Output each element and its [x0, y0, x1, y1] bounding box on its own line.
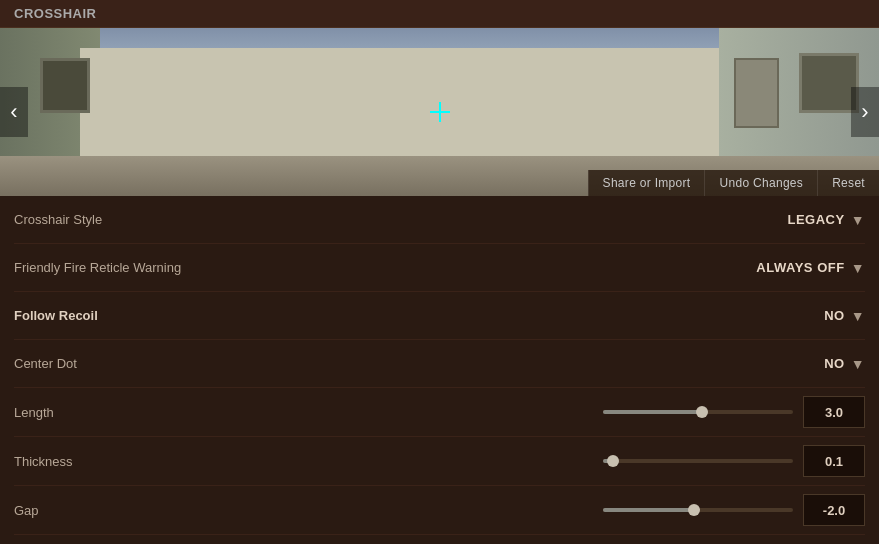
friendly-fire-value[interactable]: ALWAYS OFF ▼ — [756, 260, 865, 276]
preview-container: ‹ › Share or Import Undo Changes Reset — [0, 28, 879, 196]
section-header: Crosshair — [0, 0, 879, 28]
length-slider-container — [603, 396, 865, 428]
setting-row-center-dot: Center Dot NO ▼ — [14, 340, 865, 388]
next-arrow-button[interactable]: › — [851, 87, 879, 137]
length-slider-thumb[interactable] — [696, 406, 708, 418]
friendly-fire-label: Friendly Fire Reticle Warning — [14, 260, 214, 275]
follow-recoil-label: Follow Recoil — [14, 308, 214, 323]
scene-shutter — [734, 58, 779, 128]
setting-row-thickness: Thickness — [14, 437, 865, 486]
setting-row-friendly-fire: Friendly Fire Reticle Warning ALWAYS OFF… — [14, 244, 865, 292]
gap-slider-track[interactable] — [603, 508, 793, 512]
crosshair-style-label: Crosshair Style — [14, 212, 214, 227]
friendly-fire-dropdown[interactable]: ALWAYS OFF ▼ — [756, 260, 865, 276]
length-slider-track[interactable] — [603, 410, 793, 414]
gap-number-input[interactable] — [803, 494, 865, 526]
chevron-down-icon: ▼ — [851, 260, 865, 276]
gap-slider-container — [603, 494, 865, 526]
chevron-down-icon: ▼ — [851, 308, 865, 324]
length-slider-fill — [603, 410, 702, 414]
prev-arrow-button[interactable]: ‹ — [0, 87, 28, 137]
right-chevron-icon: › — [861, 99, 868, 125]
setting-row-crosshair-style: Crosshair Style LEGACY ▼ — [14, 196, 865, 244]
gap-slider-thumb[interactable] — [688, 504, 700, 516]
setting-row-length: Length — [14, 388, 865, 437]
page-container: Crosshair ‹ › Share or Import Undo Chang… — [0, 0, 879, 544]
gap-label: Gap — [14, 503, 214, 518]
left-chevron-icon: ‹ — [10, 99, 17, 125]
thickness-number-input[interactable] — [803, 445, 865, 477]
gap-slider-fill — [603, 508, 694, 512]
length-label: Length — [14, 405, 214, 420]
follow-recoil-value[interactable]: NO ▼ — [824, 308, 865, 324]
header-title: Crosshair — [14, 6, 97, 21]
center-dot-dropdown[interactable]: NO ▼ — [824, 356, 865, 372]
length-number-input[interactable] — [803, 396, 865, 428]
center-dot-value[interactable]: NO ▼ — [824, 356, 865, 372]
settings-area: Crosshair Style LEGACY ▼ Friendly Fire R… — [0, 196, 879, 535]
crosshair-preview — [430, 102, 450, 122]
thickness-slider-container — [603, 445, 865, 477]
center-dot-text: NO — [824, 356, 845, 371]
reset-button[interactable]: Reset — [817, 170, 879, 196]
thickness-slider-track[interactable] — [603, 459, 793, 463]
setting-row-gap: Gap — [14, 486, 865, 535]
preview-buttons: Share or Import Undo Changes Reset — [588, 170, 879, 196]
follow-recoil-text: NO — [824, 308, 845, 323]
scene-window-right — [799, 53, 859, 113]
chevron-down-icon: ▼ — [851, 212, 865, 228]
center-dot-label: Center Dot — [14, 356, 214, 371]
chevron-down-icon: ▼ — [851, 356, 865, 372]
scene-window-left — [40, 58, 90, 113]
undo-changes-button[interactable]: Undo Changes — [704, 170, 817, 196]
friendly-fire-text: ALWAYS OFF — [756, 260, 844, 275]
crosshair-style-dropdown[interactable]: LEGACY ▼ — [787, 212, 865, 228]
follow-recoil-dropdown[interactable]: NO ▼ — [824, 308, 865, 324]
setting-row-follow-recoil: Follow Recoil NO ▼ — [14, 292, 865, 340]
thickness-label: Thickness — [14, 454, 214, 469]
thickness-slider-thumb[interactable] — [607, 455, 619, 467]
crosshair-style-text: LEGACY — [787, 212, 844, 227]
crosshair-style-value[interactable]: LEGACY ▼ — [787, 212, 865, 228]
share-import-button[interactable]: Share or Import — [588, 170, 705, 196]
